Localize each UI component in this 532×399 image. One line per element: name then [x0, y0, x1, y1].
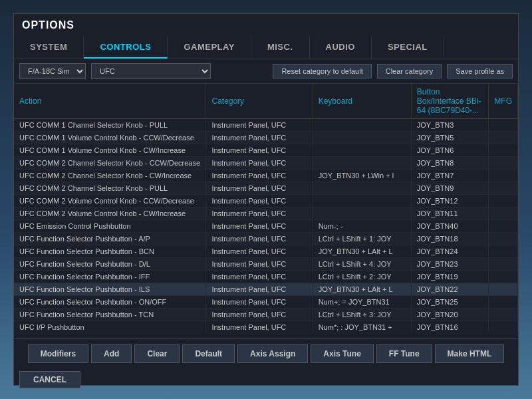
- col-header-action: Action: [14, 84, 206, 119]
- add-button[interactable]: Add: [91, 344, 132, 363]
- table-cell: Instrument Panel, UFC: [206, 132, 313, 144]
- profile-select[interactable]: UFC: [91, 63, 211, 79]
- table-cell: Instrument Panel, UFC: [206, 321, 313, 332]
- table-row[interactable]: UFC Function Selector Pushbutton - A/PIn…: [14, 233, 518, 245]
- table-cell: Instrument Panel, UFC: [206, 182, 313, 195]
- table-cell: Instrument Panel, UFC: [206, 220, 313, 233]
- table-cell: Instrument Panel, UFC: [206, 271, 313, 283]
- table-cell: Num+; = JOY_BTN31: [313, 296, 411, 309]
- cancel-button[interactable]: CANCEL: [19, 371, 80, 388]
- table-cell: UFC COMM 2 Volume Control Knob - CW/Incr…: [14, 207, 206, 220]
- table-row[interactable]: UFC COMM 2 Volume Control Knob - CCW/Dec…: [14, 195, 518, 207]
- table-row[interactable]: UFC Function Selector Pushbutton - ON/OF…: [14, 296, 518, 309]
- tab-misc[interactable]: MISC.: [251, 37, 310, 59]
- table-cell: [489, 258, 518, 271]
- window-title: OPTIONS: [22, 19, 74, 31]
- table-cell: Instrument Panel, UFC: [206, 157, 313, 170]
- ff-tune-button[interactable]: FF Tune: [376, 344, 432, 363]
- table-row[interactable]: UFC Function Selector Pushbutton - BCNIn…: [14, 245, 518, 258]
- table-cell: [313, 132, 411, 144]
- tab-special[interactable]: SPECIAL: [372, 37, 444, 59]
- table-cell: [489, 271, 518, 283]
- table-cell: JOY_BTN24: [411, 245, 489, 258]
- tab-audio[interactable]: AUDIO: [310, 37, 372, 59]
- table-cell: JOY_BTN20: [411, 309, 489, 321]
- table-cell: LCtrl + LShift + 1: JOY: [313, 233, 411, 245]
- table-row[interactable]: UFC Emission Control PushbuttonInstrumen…: [14, 220, 518, 233]
- table-cell: Instrument Panel, UFC: [206, 283, 313, 296]
- table-row[interactable]: UFC Function Selector Pushbutton - TCNIn…: [14, 309, 518, 321]
- table-cell: JOY_BTN30 + LAlt + L: [313, 283, 411, 296]
- table-cell: UFC Function Selector Pushbutton - ON/OF…: [14, 296, 206, 309]
- table-cell: JOY_BTN9: [411, 182, 489, 195]
- table-cell: [313, 207, 411, 220]
- table-row[interactable]: UFC COMM 1 Channel Selector Knob - PULLI…: [14, 119, 518, 132]
- clear-category-button[interactable]: Clear category: [377, 64, 442, 78]
- table-cell: Instrument Panel, UFC: [206, 245, 313, 258]
- tab-gameplay[interactable]: GAMEPLAY: [168, 37, 251, 59]
- table-row[interactable]: UFC I/P PushbuttonInstrument Panel, UFCN…: [14, 321, 518, 332]
- table-cell: [489, 182, 518, 195]
- table-row[interactable]: UFC Function Selector Pushbutton - ILSIn…: [14, 283, 518, 296]
- col-header-mfg: MFG: [489, 84, 518, 119]
- table-cell: UFC Function Selector Pushbutton - BCN: [14, 245, 206, 258]
- table-cell: JOY_BTN8: [411, 157, 489, 170]
- table-row[interactable]: UFC COMM 1 Volume Control Knob - CW/Incr…: [14, 144, 518, 157]
- tab-controls[interactable]: CONTROLS: [84, 37, 168, 59]
- table-cell: LCtrl + LShift + 4: JOY: [313, 258, 411, 271]
- table-cell: UFC COMM 2 Volume Control Knob - CCW/Dec…: [14, 195, 206, 207]
- table-cell: JOY_BTN19: [411, 271, 489, 283]
- table-cell: JOY_BTN30 + LAlt + L: [313, 245, 411, 258]
- table-cell: [313, 119, 411, 132]
- table-cell: LCtrl + LShift + 3: JOY: [313, 309, 411, 321]
- toolbar: F/A-18C Sim UFC Reset category to defaul…: [14, 59, 518, 84]
- table-row[interactable]: UFC COMM 2 Channel Selector Knob - PULLI…: [14, 182, 518, 195]
- table-cell: UFC COMM 1 Volume Control Knob - CCW/Dec…: [14, 132, 206, 144]
- modifiers-button[interactable]: Modifiers: [28, 344, 88, 363]
- cancel-row: CANCEL: [14, 368, 518, 391]
- table-cell: UFC COMM 2 Channel Selector Knob - PULL: [14, 182, 206, 195]
- table-cell: JOY_BTN5: [411, 132, 489, 144]
- table-row[interactable]: UFC Function Selector Pushbutton - D/LIn…: [14, 258, 518, 271]
- table-row[interactable]: UFC COMM 2 Channel Selector Knob - CCW/D…: [14, 157, 518, 170]
- table-cell: [489, 144, 518, 157]
- axis-tune-button[interactable]: Axis Tune: [311, 344, 373, 363]
- table-cell: Instrument Panel, UFC: [206, 309, 313, 321]
- table-cell: JOY_BTN23: [411, 258, 489, 271]
- table-row[interactable]: UFC COMM 2 Channel Selector Knob - CW/In…: [14, 170, 518, 182]
- table-cell: Instrument Panel, UFC: [206, 233, 313, 245]
- table-cell: LCtrl + LShift + 2: JOY: [313, 271, 411, 283]
- table-cell: UFC Emission Control Pushbutton: [14, 220, 206, 233]
- tab-system[interactable]: SYSTEM: [14, 37, 84, 59]
- table-cell: UFC Function Selector Pushbutton - TCN: [14, 309, 206, 321]
- default-button[interactable]: Default: [182, 344, 235, 363]
- col-header-keyboard: Keyboard: [313, 84, 411, 119]
- table-cell: JOY_BTN12: [411, 195, 489, 207]
- table-cell: [489, 220, 518, 233]
- col-header-bbinf: Button Box/Interface BBi-64 (8BC79D40-..…: [411, 84, 489, 119]
- clear-button[interactable]: Clear: [134, 344, 180, 363]
- axis-assign-button[interactable]: Axis Assign: [237, 344, 308, 363]
- col-header-category: Category: [206, 84, 313, 119]
- reset-category-button[interactable]: Reset category to default: [273, 64, 371, 78]
- table-cell: [313, 195, 411, 207]
- table-cell: UFC COMM 1 Volume Control Knob - CW/Incr…: [14, 144, 206, 157]
- table-cell: UFC Function Selector Pushbutton - D/L: [14, 258, 206, 271]
- table-cell: JOY_BTN25: [411, 296, 489, 309]
- table-row[interactable]: UFC Function Selector Pushbutton - IFFIn…: [14, 271, 518, 283]
- table-cell: Instrument Panel, UFC: [206, 144, 313, 157]
- table-cell: JOY_BTN40: [411, 220, 489, 233]
- table-cell: Num-; -: [313, 220, 411, 233]
- table-row[interactable]: UFC COMM 2 Volume Control Knob - CW/Incr…: [14, 207, 518, 220]
- table-cell: Instrument Panel, UFC: [206, 258, 313, 271]
- table-cell: JOY_BTN22: [411, 283, 489, 296]
- table-cell: UFC Function Selector Pushbutton - ILS: [14, 283, 206, 296]
- table-cell: JOY_BTN18: [411, 233, 489, 245]
- table-cell: UFC COMM 1 Channel Selector Knob - PULL: [14, 119, 206, 132]
- table-row[interactable]: UFC COMM 1 Volume Control Knob - CCW/Dec…: [14, 132, 518, 144]
- sim-select[interactable]: F/A-18C Sim: [19, 63, 86, 79]
- save-profile-button[interactable]: Save profile as: [447, 64, 513, 78]
- table-cell: Instrument Panel, UFC: [206, 296, 313, 309]
- table-cell: [313, 182, 411, 195]
- make-html-button[interactable]: Make HTML: [435, 344, 505, 363]
